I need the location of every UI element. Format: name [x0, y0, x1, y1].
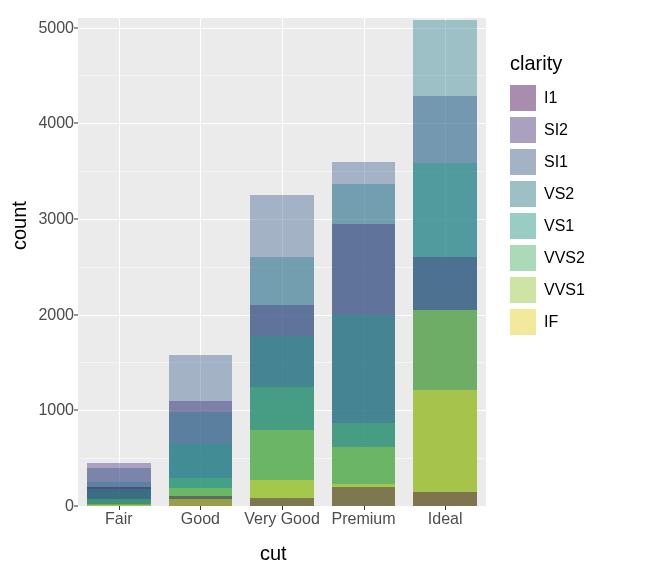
legend-label: VVS2	[544, 249, 585, 267]
y-tick-mark	[74, 27, 78, 28]
legend-item: I1	[510, 85, 585, 111]
x-tick-mark	[119, 506, 120, 510]
bar-segment	[413, 492, 477, 506]
legend-item: IF	[510, 309, 585, 335]
x-tick-label: Premium	[332, 510, 396, 528]
bar-segment	[413, 390, 477, 506]
legend-item: VS2	[510, 181, 585, 207]
y-tick-mark	[74, 218, 78, 219]
y-tick-label: 3000	[14, 210, 74, 228]
legend-item: SI1	[510, 149, 585, 175]
y-tick-mark	[74, 506, 78, 507]
y-tick-mark	[74, 314, 78, 315]
y-tick-label: 4000	[14, 114, 74, 132]
legend-label: I1	[544, 89, 557, 107]
x-tick-mark	[200, 506, 201, 510]
legend: clarity I1SI2SI1VS2VS1VVS2VVS1IF	[510, 52, 585, 341]
x-tick-label: Good	[181, 510, 220, 528]
bar-segment	[332, 487, 396, 506]
legend-swatch	[510, 85, 536, 111]
legend-label: IF	[544, 313, 558, 331]
legend-swatch	[510, 149, 536, 175]
x-axis-label: cut	[260, 542, 287, 565]
x-tick-mark	[445, 506, 446, 510]
y-tick-label: 5000	[14, 19, 74, 37]
legend-swatch	[510, 277, 536, 303]
bar-segment	[169, 499, 233, 506]
legend-swatch	[510, 117, 536, 143]
bar-group	[413, 18, 477, 506]
legend-swatch	[510, 245, 536, 271]
y-tick-label: 2000	[14, 306, 74, 324]
y-tick-label: 1000	[14, 401, 74, 419]
x-tick-label: Very Good	[244, 510, 320, 528]
x-tick-mark	[282, 506, 283, 510]
y-tick-label: 0	[14, 497, 74, 515]
y-tick-mark	[74, 410, 78, 411]
legend-swatch	[510, 309, 536, 335]
legend-item: VS1	[510, 213, 585, 239]
bar-segment	[250, 498, 314, 506]
legend-item: VVS2	[510, 245, 585, 271]
y-tick-mark	[74, 123, 78, 124]
bar-group	[332, 18, 396, 506]
chart-container: count cut clarity I1SI2SI1VS2VS1VVS2VVS1…	[0, 0, 672, 576]
legend-label: VS1	[544, 217, 574, 235]
legend-swatch	[510, 213, 536, 239]
legend-label: VS2	[544, 185, 574, 203]
x-tick-label: Ideal	[428, 510, 463, 528]
legend-swatch	[510, 181, 536, 207]
bar-group	[250, 18, 314, 506]
legend-item: VVS1	[510, 277, 585, 303]
legend-item: SI2	[510, 117, 585, 143]
legend-label: SI1	[544, 153, 568, 171]
bar-group	[169, 18, 233, 506]
legend-title: clarity	[510, 52, 585, 75]
x-tick-label: Fair	[105, 510, 133, 528]
legend-label: SI2	[544, 121, 568, 139]
plot-background	[78, 18, 486, 506]
legend-label: VVS1	[544, 281, 585, 299]
bar-group	[87, 18, 151, 506]
x-tick-mark	[364, 506, 365, 510]
